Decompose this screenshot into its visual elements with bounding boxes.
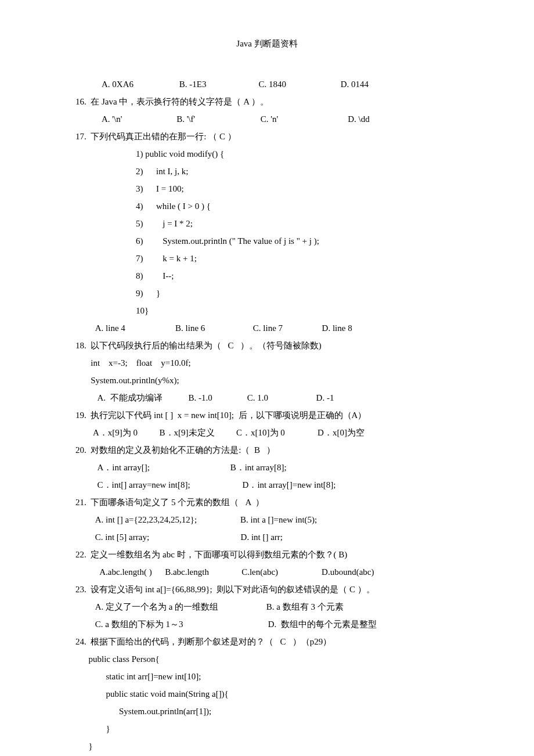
q15-options: A. 0XA6 B. -1E3 C. 1840 D. 0144	[75, 75, 459, 93]
code-line: 2) int I, j, k;	[75, 163, 459, 180]
document-page: Java 判断题资料 A. 0XA6 B. -1E3 C. 1840 D. 01…	[0, 0, 534, 756]
code-line: static int arr[]=new int[10];	[75, 668, 459, 685]
q16-options: A. '\n' B. '\f' C. 'n' D. \dd	[75, 110, 459, 128]
code-line: 8) I--;	[75, 267, 459, 285]
q21-options-cd: C. int [5] array; D. int [] arr;	[75, 528, 459, 546]
code-line: }	[75, 737, 459, 755]
q19-options: A．x[9]为 0 B．x[9]未定义 C．x[10]为 0 D．x[0]为空	[75, 424, 459, 441]
code-line: 7) k = k + 1;	[75, 250, 459, 267]
q16: 16. 在 Java 中，表示换行符的转义字符是（ A ）。	[75, 93, 459, 110]
q20-options-ab: A．int array[]; B．int array[8];	[75, 459, 459, 476]
page-header: Java 判断题资料	[75, 35, 459, 52]
q24: 24. 根据下面给出的代码，判断那个叙述是对的？（ C ）（p29）	[75, 633, 459, 650]
q21-options-ab: A. int [] a={22,23,24,25,12}; B. int a […	[75, 511, 459, 528]
q20: 20. 对数组的定义及初始化不正确的方法是:（ B ）	[75, 441, 459, 459]
code-line: }	[75, 720, 459, 737]
code-line: System.out.println(y%x);	[75, 372, 459, 389]
code-line: 10}	[75, 302, 459, 319]
q23: 23. 设有定义语句 int a[]={66,88,99}; 则以下对此语句的叙…	[75, 581, 459, 598]
code-line: 4) while ( I > 0 ) {	[75, 197, 459, 215]
code-line: 6) System.out.println (" The value of j …	[75, 232, 459, 250]
q20-options-cd: C．int[] array=new int[8]; D．int array[]=…	[75, 476, 459, 494]
code-line: 1) public void modify() {	[75, 145, 459, 163]
code-line: 5) j = I * 2;	[75, 215, 459, 232]
q22: 22. 定义一维数组名为 abc 时，下面哪项可以得到数组元素的个数？( B)	[75, 546, 459, 563]
q18: 18. 以下代码段执行后的输出结果为（ C ）。（符号随被除数)	[75, 337, 459, 354]
code-line: public class Person{	[75, 650, 459, 668]
q17-options: A. line 4 B. line 6 C. line 7 D. line 8	[75, 319, 459, 337]
q19: 19. 执行完以下代码 int [ ] x = new int[10]; 后，以…	[75, 406, 459, 424]
q18-options: A. 不能成功编译 B. -1.0 C. 1.0 D. -1	[75, 389, 459, 406]
q23-options-ab: A. 定义了一个名为 a 的一维数组 B. a 数组有 3 个元素	[75, 598, 459, 615]
q21: 21. 下面哪条语句定义了 5 个元素的数组（ A ）	[75, 494, 459, 511]
code-line: public static void main(String a[]){	[75, 685, 459, 703]
q22-options: A.abc.length( ) B.abc.length C.len(abc) …	[75, 563, 459, 581]
code-line: int x=-3; float y=10.0f;	[75, 354, 459, 372]
q23-options-cd: C. a 数组的下标为 1～3 D. 数组中的每个元素是整型	[75, 615, 459, 633]
code-line: System.out.println(arr[1]);	[75, 703, 459, 720]
q17: 17. 下列代码真正出错的在那一行: （ C ）	[75, 128, 459, 145]
code-line: 9) }	[75, 285, 459, 302]
code-line: 3) I = 100;	[75, 180, 459, 197]
